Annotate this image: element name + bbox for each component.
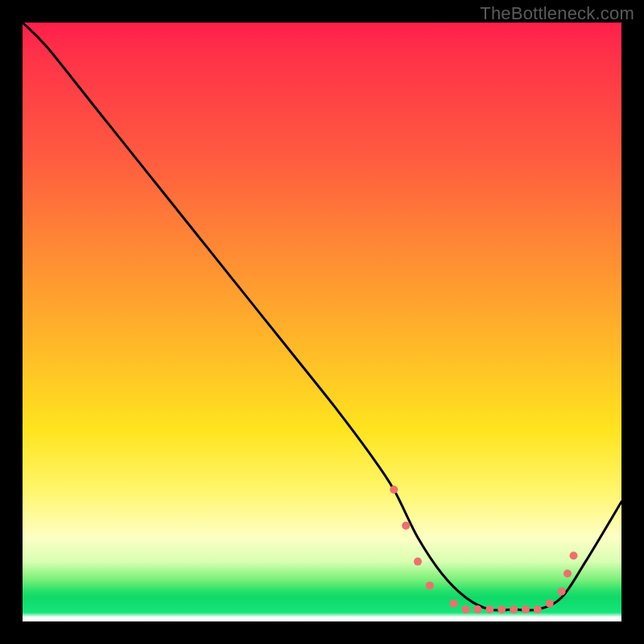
curve-dot [534, 605, 542, 613]
curve-dot [473, 605, 481, 613]
watermark-text: TheBottleneck.com [480, 3, 634, 24]
curve-dot [564, 570, 572, 578]
curve-dot [450, 600, 458, 608]
curve-dot [546, 600, 554, 608]
curve-dot [462, 605, 470, 613]
curve-dot [570, 551, 578, 559]
curve-dot [426, 581, 434, 589]
curve-dots [390, 485, 577, 613]
curve-dot [558, 588, 566, 596]
curve-dot [485, 605, 493, 613]
plot-area [23, 23, 621, 621]
curve-dot [414, 558, 422, 566]
curve-dot [510, 605, 518, 613]
chart-frame: TheBottleneck.com [0, 0, 644, 644]
curve-svg [23, 23, 621, 621]
curve-dot [390, 485, 398, 493]
curve-dot [522, 605, 530, 613]
bottleneck-curve [23, 23, 621, 610]
curve-dot [402, 522, 410, 530]
curve-dot [497, 605, 506, 613]
